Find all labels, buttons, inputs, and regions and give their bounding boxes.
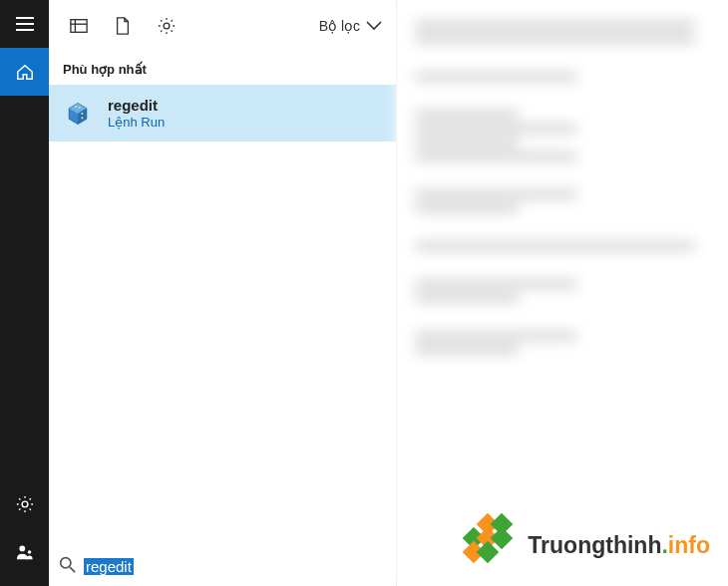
search-input[interactable]: regedit [84,558,134,575]
svg-point-17 [61,558,71,568]
svg-point-4 [19,546,25,552]
search-input-row: regedit [49,548,396,586]
svg-rect-15 [82,113,84,115]
regedit-icon [63,99,93,129]
search-result-item[interactable]: regedit Lệnh Run [49,85,396,142]
best-match-header: Phù hợp nhất [49,52,396,85]
gear-icon [158,17,176,35]
search-toolbar: Bộ lọc [49,0,396,52]
home-button[interactable] [0,48,49,96]
result-kind: Lệnh Run [108,115,165,130]
settings-scope-button[interactable] [147,6,186,46]
svg-point-9 [164,23,170,29]
svg-rect-6 [71,20,87,33]
svg-rect-13 [75,106,77,108]
result-name: regedit [108,97,165,114]
gear-icon [16,495,34,513]
watermark-text: Truongthinh.info [528,532,710,559]
account-button[interactable] [0,528,49,576]
chevron-down-icon [366,21,382,31]
menu-button[interactable] [0,0,49,48]
filter-dropdown[interactable]: Bộ lọc [319,18,386,34]
hamburger-icon [16,17,34,31]
filter-label: Bộ lọc [319,18,360,34]
user-icon [16,543,34,561]
document-icon [114,17,132,35]
home-icon [16,63,34,81]
svg-point-5 [27,550,31,554]
apps-scope-button[interactable] [59,6,99,46]
apps-icon [70,17,88,35]
watermark: Truongthinh.info [460,516,710,574]
search-panel: Bộ lọc Phù hợp nhất regedit [49,0,397,586]
watermark-logo-icon [460,516,518,574]
svg-point-3 [22,501,28,507]
search-icon [59,556,76,576]
svg-rect-14 [79,107,81,109]
background-blurred [397,0,728,586]
settings-button[interactable] [0,480,49,528]
svg-rect-16 [82,117,84,119]
search-input-value: regedit [86,558,132,575]
svg-line-18 [70,567,75,572]
documents-scope-button[interactable] [103,6,143,46]
start-sidebar [0,0,49,586]
